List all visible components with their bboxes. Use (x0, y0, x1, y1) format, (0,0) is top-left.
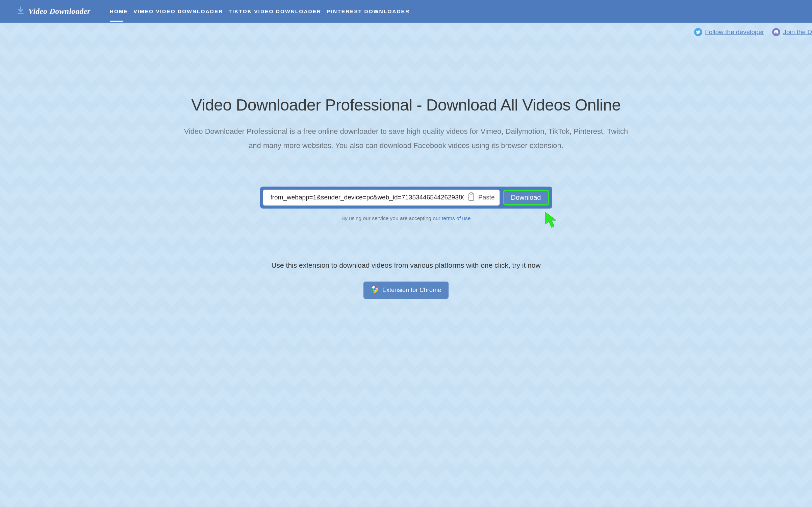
svg-rect-0 (18, 13, 23, 14)
follow-link[interactable]: Follow the developer (705, 28, 764, 36)
nav-tiktok[interactable]: TIKTOK VIDEO DOWNLOADER (229, 6, 322, 17)
terms-prefix: By using our service you are accepting o… (341, 215, 442, 221)
social-bar: Follow the developer Join the D (0, 23, 812, 42)
nav-vimeo[interactable]: VIMEO VIDEO DOWNLOADER (133, 6, 223, 17)
chrome-extension-button[interactable]: Extension for Chrome (363, 282, 449, 299)
join-link[interactable]: Join the D (783, 28, 812, 36)
follow-developer[interactable]: Follow the developer (694, 28, 764, 36)
main-nav: HOME VIMEO VIDEO DOWNLOADER TIKTOK VIDEO… (110, 6, 410, 17)
logo-text: Video Downloader (28, 7, 91, 16)
logo[interactable]: Video Downloader (16, 6, 91, 17)
paste-button[interactable]: Paste (467, 192, 495, 202)
hero-section: Video Downloader Professional - Download… (0, 42, 812, 153)
join-discord[interactable]: Join the D (772, 28, 812, 36)
download-button[interactable]: Download (503, 190, 549, 206)
url-input[interactable] (271, 194, 464, 201)
paste-label: Paste (478, 194, 495, 201)
nav-home[interactable]: HOME (110, 6, 128, 17)
svg-rect-1 (469, 194, 474, 200)
twitter-icon (694, 28, 702, 36)
chrome-icon (371, 286, 378, 295)
nav-pinterest[interactable]: PINTEREST DOWNLOADER (327, 6, 410, 17)
svg-rect-2 (470, 193, 472, 194)
hero-title: Video Downloader Professional - Download… (14, 96, 798, 114)
nav-divider (100, 7, 100, 16)
url-input-box: Paste Download (260, 187, 552, 209)
discord-icon (772, 28, 780, 36)
extension-section: Use this extension to download videos fr… (0, 261, 812, 299)
clipboard-icon (467, 192, 475, 202)
url-field-wrap: Paste (263, 190, 500, 206)
extension-text: Use this extension to download videos fr… (0, 261, 812, 269)
svg-point-5 (373, 288, 376, 290)
download-form: Paste Download By using our service you … (260, 187, 552, 221)
header: Video Downloader HOME VIMEO VIDEO DOWNLO… (0, 0, 812, 23)
download-arrow-icon (16, 6, 25, 17)
hero-subtitle: Video Downloader Professional is a free … (183, 124, 629, 153)
terms-link[interactable]: terms of use (442, 215, 471, 221)
terms-line: By using our service you are accepting o… (260, 215, 552, 221)
chrome-button-label: Extension for Chrome (382, 287, 441, 294)
